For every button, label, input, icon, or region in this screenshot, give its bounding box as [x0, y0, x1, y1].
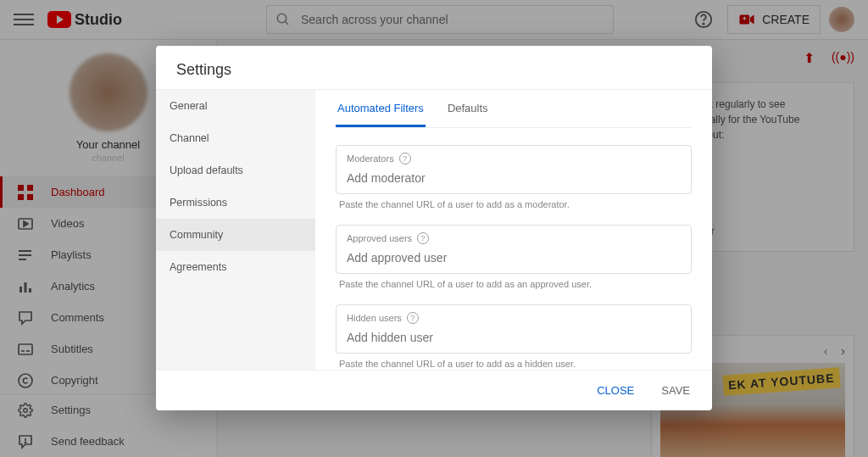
- settings-nav-general[interactable]: General: [156, 90, 315, 122]
- save-button[interactable]: SAVE: [653, 377, 698, 404]
- settings-modal: Settings General Channel Upload defaults…: [156, 46, 712, 410]
- help-icon[interactable]: ?: [417, 232, 429, 244]
- moderators-hint: Paste the channel URL of a user to add a…: [339, 199, 692, 209]
- approved-users-input[interactable]: [347, 251, 681, 265]
- approved-users-hint: Paste the channel URL of a user to add a…: [339, 279, 692, 289]
- settings-nav-agreements[interactable]: Agreements: [156, 251, 315, 283]
- settings-nav-channel[interactable]: Channel: [156, 122, 315, 154]
- settings-nav-permissions[interactable]: Permissions: [156, 187, 315, 219]
- help-icon[interactable]: ?: [407, 312, 419, 324]
- moderators-input[interactable]: [347, 171, 681, 185]
- help-icon[interactable]: ?: [399, 153, 411, 164]
- settings-side-nav: General Channel Upload defaults Permissi…: [156, 90, 315, 370]
- close-button[interactable]: CLOSE: [588, 377, 643, 404]
- modal-title: Settings: [156, 46, 712, 89]
- tab-defaults[interactable]: Defaults: [446, 90, 490, 127]
- modal-scrim[interactable]: Settings General Channel Upload defaults…: [0, 0, 868, 457]
- moderators-field[interactable]: Moderators?: [336, 145, 692, 194]
- settings-nav-upload-defaults[interactable]: Upload defaults: [156, 154, 315, 187]
- settings-main: Automated Filters Defaults Moderators? P…: [315, 90, 712, 370]
- hidden-users-field[interactable]: Hidden users?: [336, 304, 692, 354]
- approved-users-field[interactable]: Approved users?: [336, 225, 692, 274]
- settings-nav-community[interactable]: Community: [156, 219, 315, 251]
- hidden-users-hint: Paste the channel URL of a user to add a…: [339, 359, 692, 369]
- tab-automated-filters[interactable]: Automated Filters: [336, 90, 426, 127]
- hidden-users-input[interactable]: [347, 331, 681, 344]
